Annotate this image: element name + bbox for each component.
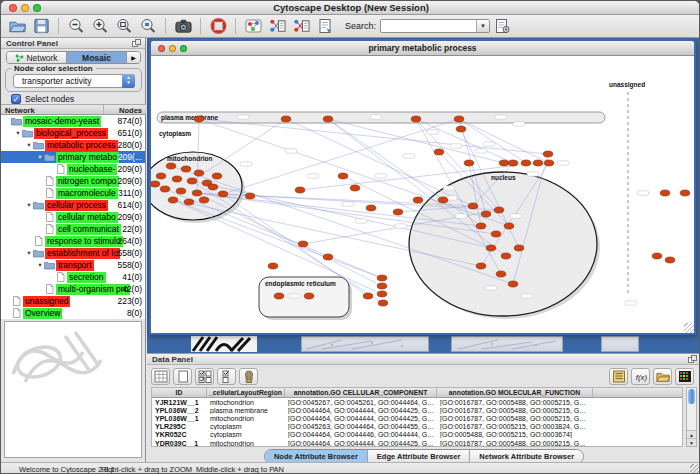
- network-node[interactable]: [504, 223, 514, 229]
- tree-item[interactable]: response to stimulu264(0): [1, 235, 145, 247]
- tree-item[interactable]: multi-organism pro42(0): [1, 283, 145, 295]
- search-dropdown-arrow[interactable]: ▼: [476, 20, 489, 32]
- network-node[interactable]: [323, 116, 333, 122]
- network-node[interactable]: [160, 186, 170, 192]
- network-node[interactable]: [665, 257, 675, 263]
- network-node[interactable]: [486, 245, 496, 251]
- network-node[interactable]: [438, 197, 448, 203]
- network-node[interactable]: [245, 193, 255, 199]
- network-node[interactable]: [434, 149, 444, 155]
- network-node[interactable]: [377, 283, 387, 289]
- network-node[interactable]: [295, 187, 305, 193]
- unselect-attributes-icon[interactable]: [217, 368, 236, 385]
- network-node[interactable]: [481, 211, 491, 217]
- network-node[interactable]: [377, 275, 387, 281]
- snapshot-icon[interactable]: [173, 17, 193, 35]
- table-row[interactable]: YPL036W__1mitochondrion[GO:0044464, GO:0…: [152, 414, 682, 422]
- float-panel-icon[interactable]: [132, 39, 141, 50]
- network-node[interactable]: [496, 271, 506, 277]
- tree-item[interactable]: nucleobase-209(0): [1, 163, 145, 175]
- open-session-icon[interactable]: [7, 17, 27, 35]
- tree-item[interactable]: ▼cellular process614(0): [1, 199, 145, 211]
- table-row[interactable]: YLR295Ccytoplasm[GO:0045263, GO:0044464,…: [152, 423, 682, 431]
- network-node[interactable]: [192, 190, 202, 196]
- tree-item[interactable]: ▼biological_process651(0): [1, 127, 145, 139]
- network-node[interactable]: [508, 281, 518, 287]
- column-nodes[interactable]: Nodes: [104, 105, 146, 114]
- function-builder-icon[interactable]: f(x): [631, 368, 650, 385]
- network-node[interactable]: [393, 209, 403, 215]
- annotation-icon[interactable]: [315, 17, 335, 35]
- network-node[interactable]: [521, 160, 531, 166]
- zoom-fit-icon[interactable]: [114, 17, 134, 35]
- network-node[interactable]: [533, 160, 543, 166]
- network-node[interactable]: [377, 291, 387, 297]
- network-node[interactable]: [298, 241, 308, 247]
- tree-item[interactable]: ▼establishment of lo558(0): [1, 247, 145, 259]
- network-node[interactable]: [413, 197, 423, 203]
- table-row[interactable]: YDR039C__1mitochondrion[GO:0044464, GO:0…: [152, 439, 682, 447]
- column-header[interactable]: _cellularLayoutRegion: [207, 388, 285, 397]
- network-node[interactable]: [151, 181, 160, 187]
- tree-item[interactable]: ▼primary metabo209(...: [1, 151, 145, 163]
- attribute-settings-icon[interactable]: [492, 17, 512, 35]
- network-node[interactable]: [166, 163, 176, 169]
- scroll-down-arrow[interactable]: ▼: [687, 438, 696, 446]
- tree-item[interactable]: cell communicat22(0): [1, 223, 145, 235]
- zoom-in-icon[interactable]: [90, 17, 110, 35]
- network-node[interactable]: [494, 207, 504, 213]
- tree-expand-arrow[interactable]: ▼: [25, 142, 33, 148]
- table-row[interactable]: YKR052Ccytoplasm[GO:0044464, GO:0044446,…: [152, 431, 682, 439]
- network-node[interactable]: [363, 293, 373, 299]
- table-row[interactable]: YPL036W__2plasma membrane[GO:0044464, GO…: [152, 406, 682, 414]
- network-node[interactable]: [680, 190, 690, 196]
- network-window-titlebar[interactable]: primary metabolic process: [151, 41, 694, 56]
- tree-expand-arrow[interactable]: ▼: [25, 202, 33, 208]
- node-color-dropdown[interactable]: transporter activity ▲▼: [13, 74, 135, 88]
- network-node[interactable]: [208, 184, 218, 190]
- window-resize-grip[interactable]: [690, 464, 700, 474]
- network-resize-grip[interactable]: [684, 323, 694, 333]
- import-attributes-icon[interactable]: [653, 368, 672, 385]
- network-node[interactable]: [491, 231, 501, 237]
- search-input[interactable]: ▼: [380, 19, 490, 33]
- network-node[interactable]: [194, 116, 204, 122]
- network-node[interactable]: [499, 160, 509, 166]
- scroll-up-arrow[interactable]: ▲: [687, 430, 696, 438]
- attribute-list-icon[interactable]: [609, 368, 628, 385]
- network-node[interactable]: [281, 116, 291, 122]
- network-node[interactable]: [514, 245, 524, 251]
- dropdown-stepper-icon[interactable]: ▲▼: [122, 74, 135, 88]
- heatmap-icon[interactable]: [675, 368, 694, 385]
- zoom-selected-icon[interactable]: [138, 17, 158, 35]
- network-node[interactable]: [338, 173, 348, 179]
- network-node[interactable]: [218, 191, 228, 197]
- network-node[interactable]: [304, 293, 314, 299]
- network-node[interactable]: [468, 203, 478, 209]
- network-node[interactable]: [543, 151, 553, 157]
- tree-item[interactable]: ▼metabolic process280(0): [1, 139, 145, 151]
- tree-item[interactable]: unassigned223(0): [1, 295, 145, 307]
- network-node[interactable]: [660, 190, 670, 196]
- delete-attribute-icon[interactable]: [239, 368, 258, 385]
- edge-attribute-mapper-icon[interactable]: [291, 17, 311, 35]
- tree-expand-arrow[interactable]: ▼: [36, 154, 44, 160]
- network-node[interactable]: [508, 160, 518, 166]
- network-node[interactable]: [464, 160, 474, 166]
- zoom-out-icon[interactable]: [66, 17, 86, 35]
- window-titlebar[interactable]: Cytoscape Desktop (New Session): [1, 1, 700, 15]
- network-node[interactable]: [194, 170, 204, 176]
- network-node[interactable]: [168, 197, 178, 203]
- network-node[interactable]: [378, 300, 388, 306]
- background-window-fragment[interactable]: [191, 336, 257, 352]
- select-nodes-checkbox[interactable]: ✓: [11, 94, 21, 104]
- background-window-fragment[interactable]: [301, 336, 429, 352]
- tree-item[interactable]: nitrogen compo209(0): [1, 175, 145, 187]
- tree-item[interactable]: ▼transport558(0): [1, 259, 145, 271]
- background-window-fragment[interactable]: [601, 336, 639, 352]
- tree-item[interactable]: mosaic-demo-yeast874(0): [1, 115, 145, 127]
- tree-expand-arrow[interactable]: ▼: [14, 130, 22, 136]
- network-node[interactable]: [456, 126, 466, 132]
- tree-item[interactable]: macromolecule311(0): [1, 187, 145, 199]
- network-node[interactable]: [212, 173, 222, 179]
